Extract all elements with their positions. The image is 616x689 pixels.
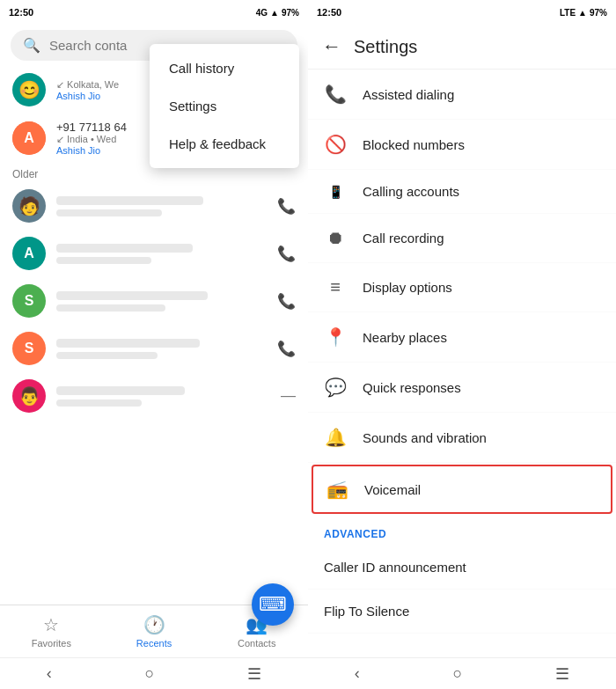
settings-item-calling-accounts[interactable]: 📱 Calling accounts xyxy=(308,170,616,214)
blur-name xyxy=(56,339,200,348)
display-options-label: Display options xyxy=(363,280,452,295)
list-item[interactable]: 🧑 📞 xyxy=(0,182,308,230)
settings-item-flip-silence[interactable]: Flip To Silence xyxy=(308,590,616,634)
blur-sub xyxy=(56,209,162,216)
call-icon: 📞 xyxy=(277,197,296,216)
settings-header: ← Settings xyxy=(308,25,616,70)
call-icon: — xyxy=(281,387,296,405)
back-nav-icon[interactable]: ‹ xyxy=(47,664,52,683)
blocked-numbers-label: Blocked numbers xyxy=(363,137,465,152)
settings-item-call-recording[interactable]: ⏺ Call recording xyxy=(308,214,616,263)
settings-item-voicemail[interactable]: 📻 Voicemail xyxy=(312,465,612,514)
left-status-bar: 12:50 4G ▲ 97% xyxy=(0,0,308,25)
nav-favorites[interactable]: ☆ Favorites xyxy=(0,605,103,657)
home-nav-icon[interactable]: ○ xyxy=(145,664,155,683)
quick-responses-icon: 💬 xyxy=(324,377,347,398)
nearby-places-label: Nearby places xyxy=(363,330,447,345)
fab-button[interactable]: ⌨ xyxy=(252,583,294,626)
blur-sub xyxy=(56,304,165,312)
blur-sub xyxy=(56,257,151,264)
blur-sub xyxy=(56,352,158,359)
blur-name xyxy=(56,244,193,253)
right-home-nav-icon[interactable]: ○ xyxy=(453,664,463,683)
settings-item-caller-id[interactable]: Caller ID announcement xyxy=(308,546,616,590)
blocked-numbers-icon: 🚫 xyxy=(324,134,347,155)
blur-name xyxy=(56,386,185,395)
settings-item-quick-responses[interactable]: 💬 Quick responses xyxy=(308,363,616,413)
contact-info xyxy=(56,244,267,264)
recents-icon: 🕐 xyxy=(143,614,165,635)
settings-item-display-options[interactable]: ≡ Display options xyxy=(308,263,616,312)
right-status-icons: LTE ▲ 97% xyxy=(560,8,607,18)
right-phone-nav: ‹ ○ ☰ xyxy=(308,657,616,689)
settings-title: Settings xyxy=(354,37,417,57)
wifi-icon: ▲ xyxy=(270,8,279,18)
assisted-dialing-icon: 📞 xyxy=(324,84,347,105)
call-recording-label: Call recording xyxy=(363,231,444,246)
contact-info xyxy=(56,196,267,216)
quick-responses-label: Quick responses xyxy=(363,380,461,395)
list-item[interactable]: S 📞 xyxy=(0,325,308,372)
right-time: 12:50 xyxy=(317,7,341,18)
call-icon: 📞 xyxy=(277,340,296,358)
sounds-vibration-icon: 🔔 xyxy=(324,427,347,448)
avatar: A xyxy=(12,237,46,270)
right-recents-nav-icon[interactable]: ☰ xyxy=(555,664,569,684)
settings-item-assisted-dialing[interactable]: 📞 Assisted dialing xyxy=(308,70,616,120)
right-signal-icon: LTE xyxy=(560,8,576,18)
avatar: 🧑 xyxy=(12,189,46,223)
display-options-icon: ≡ xyxy=(324,277,347,297)
calling-accounts-icon: 📱 xyxy=(324,185,347,199)
right-panel: 12:50 LTE ▲ 97% ← Settings 📞 Assisted di… xyxy=(308,0,616,689)
blur-sub xyxy=(56,399,142,407)
dropdown-call-history[interactable]: Call history xyxy=(150,49,299,87)
right-back-nav-icon[interactable]: ‹ xyxy=(355,664,360,683)
search-icon: 🔍 xyxy=(23,37,40,54)
settings-item-sounds-vibration[interactable]: 🔔 Sounds and vibration xyxy=(308,413,616,463)
recents-label: Recents xyxy=(136,638,172,649)
advanced-section-header: ADVANCED xyxy=(308,516,616,546)
list-item[interactable]: 👨 — xyxy=(0,372,308,420)
signal-icon: 4G xyxy=(256,8,268,18)
assisted-dialing-label: Assisted dialing xyxy=(363,87,454,102)
left-phone-nav: ‹ ○ ☰ xyxy=(0,657,308,689)
contact-info xyxy=(56,386,270,407)
calling-accounts-label: Calling accounts xyxy=(363,184,459,199)
avatar: S xyxy=(12,332,46,365)
list-item[interactable]: S 📞 xyxy=(0,277,308,325)
favorites-icon: ☆ xyxy=(43,614,59,635)
keypad-icon: ⌨ xyxy=(259,593,287,616)
contact-info xyxy=(56,339,267,359)
right-status-bar: 12:50 LTE ▲ 97% xyxy=(308,0,616,25)
flip-silence-label: Flip To Silence xyxy=(324,604,409,619)
voicemail-icon: 📻 xyxy=(326,479,348,500)
contacts-label: Contacts xyxy=(238,638,275,649)
avatar: S xyxy=(12,284,46,318)
right-wifi-icon: ▲ xyxy=(578,8,587,18)
voicemail-label: Voicemail xyxy=(364,482,421,497)
sounds-vibration-label: Sounds and vibration xyxy=(363,430,487,445)
list-item[interactable]: A 📞 xyxy=(0,230,308,277)
battery-icon: 97% xyxy=(282,8,299,18)
nav-recents[interactable]: 🕐 Recents xyxy=(103,605,206,657)
dropdown-menu: Call history Settings Help & feedback xyxy=(150,44,299,168)
settings-item-blocked-numbers[interactable]: 🚫 Blocked numbers xyxy=(308,120,616,170)
left-panel: 12:50 4G ▲ 97% 🔍 Call history Settings H… xyxy=(0,0,308,689)
contact-info xyxy=(56,291,267,312)
avatar: A xyxy=(12,121,46,155)
call-recording-icon: ⏺ xyxy=(324,228,347,248)
settings-list: 📞 Assisted dialing 🚫 Blocked numbers 📱 C… xyxy=(308,70,616,657)
back-button[interactable]: ← xyxy=(322,35,341,58)
right-battery-icon: 97% xyxy=(590,8,607,18)
dropdown-help-feedback[interactable]: Help & feedback xyxy=(150,125,299,163)
left-time: 12:50 xyxy=(9,7,33,18)
avatar: 👨 xyxy=(12,379,46,413)
blur-name xyxy=(56,196,203,205)
caller-id-label: Caller ID announcement xyxy=(324,560,466,575)
call-icon: 📞 xyxy=(277,245,296,263)
dropdown-settings[interactable]: Settings xyxy=(150,87,299,125)
settings-item-nearby-places[interactable]: 📍 Nearby places xyxy=(308,312,616,363)
nearby-places-icon: 📍 xyxy=(324,326,347,348)
recents-nav-icon[interactable]: ☰ xyxy=(247,664,261,684)
blur-name xyxy=(56,291,208,300)
